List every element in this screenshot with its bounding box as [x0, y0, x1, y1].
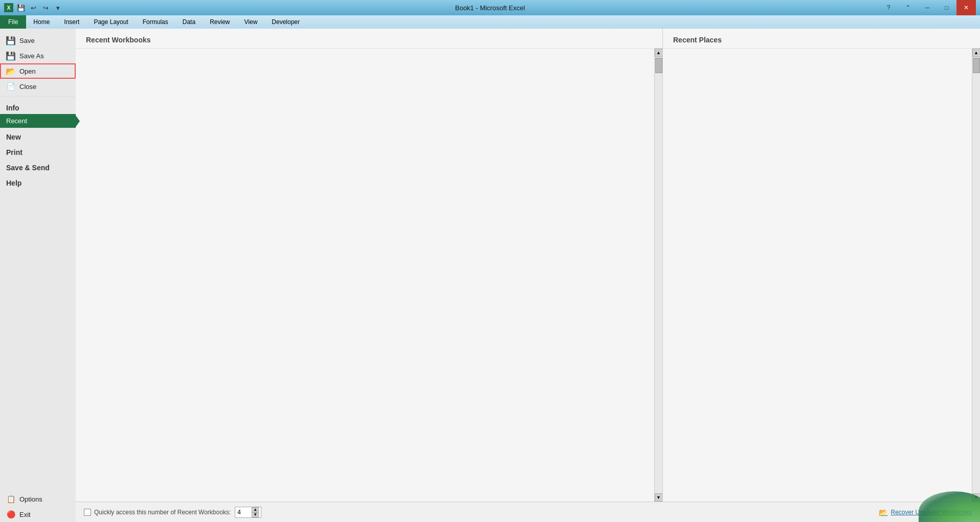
bottom-left: Quickly access this number of Recent Wor… [84, 507, 261, 518]
number-down-arrow[interactable]: ▼ [252, 512, 259, 517]
recent-workbooks-checkbox-label[interactable]: Quickly access this number of Recent Wor… [84, 509, 231, 516]
sidebar-item-save[interactable]: 💾 Save [0, 33, 76, 48]
sidebar-exit-label: Exit [19, 511, 31, 518]
print-label: Print [6, 148, 23, 156]
tab-review[interactable]: Review [203, 15, 237, 29]
sidebar-item-close[interactable]: 📄 Close [0, 79, 76, 94]
sidebar-item-help[interactable]: Help [0, 174, 76, 189]
help-label: Help [6, 179, 21, 187]
divider-1 [0, 96, 76, 97]
places-scrollbar-up-btn[interactable]: ▲ [972, 49, 981, 57]
title-bar: X 💾 ↩ ↪ ▾ Book1 - Microsoft Excel ? ⌃ ─ … [0, 0, 980, 15]
help-btn[interactable]: ? [879, 0, 898, 15]
window-controls: ? ⌃ ─ □ ✕ [879, 0, 976, 15]
recent-workbooks-pane: Recent Workbooks ▲ ▼ [76, 29, 663, 502]
options-icon: 📋 [6, 494, 15, 504]
sidebar: 💾 Save 💾 Save As 📂 Open 📄 Close Info Rec… [0, 29, 76, 522]
redo-btn[interactable]: ↪ [40, 2, 51, 13]
maximize-btn[interactable]: □ [937, 0, 956, 15]
recent-places-header: Recent Places [663, 29, 980, 49]
tab-data[interactable]: Data [175, 15, 203, 29]
number-arrows: ▲ ▼ [252, 507, 259, 517]
scrollbar-up-btn[interactable]: ▲ [655, 49, 663, 57]
sidebar-item-exit[interactable]: 🔴 Exit [0, 507, 76, 522]
sidebar-open-label: Open [19, 67, 36, 75]
sidebar-item-info[interactable]: Info [0, 99, 76, 114]
main-area: 💾 Save 💾 Save As 📂 Open 📄 Close Info Rec… [0, 29, 980, 522]
tab-home[interactable]: Home [26, 15, 57, 29]
excel-icon: X [4, 3, 13, 12]
sidebar-item-save-as[interactable]: 💾 Save As [0, 48, 76, 63]
sidebar-item-recent[interactable]: Recent [0, 114, 76, 128]
places-scrollbar[interactable]: ▲ ▼ [972, 49, 980, 502]
new-label: New [6, 133, 21, 141]
tab-developer[interactable]: Developer [264, 15, 307, 29]
recent-label: Recent [6, 117, 27, 125]
sidebar-item-print[interactable]: Print [0, 143, 76, 158]
recent-workbooks-number-input[interactable]: 4 ▲ ▼ [235, 507, 261, 518]
recent-places-scroll[interactable]: ▲ ▼ [663, 49, 980, 502]
green-corner [919, 491, 980, 522]
save-send-label: Save & Send [6, 164, 50, 172]
tab-file[interactable]: File [0, 15, 26, 29]
scrollbar-down-btn[interactable]: ▼ [655, 493, 663, 502]
close-file-icon: 📄 [6, 82, 15, 91]
sidebar-item-open[interactable]: 📂 Open [0, 63, 76, 79]
recent-panes: Recent Workbooks ▲ ▼ Recent Places ▲ [76, 29, 980, 502]
ribbon-collapse-btn[interactable]: ⌃ [898, 0, 918, 15]
places-scrollbar-thumb[interactable] [973, 58, 980, 73]
tab-formulas[interactable]: Formulas [136, 15, 175, 29]
customize-qs-btn[interactable]: ▾ [52, 2, 63, 13]
number-up-arrow[interactable]: ▲ [252, 507, 259, 512]
info-label: Info [6, 104, 19, 112]
workbooks-scrollbar[interactable]: ▲ ▼ [654, 49, 662, 502]
window-title: Book1 - Microsoft Excel [455, 4, 525, 12]
save-qs-btn[interactable]: 💾 [15, 2, 27, 13]
green-corner-inner [919, 491, 980, 522]
sidebar-item-new[interactable]: New [0, 128, 76, 143]
sidebar-save-label: Save [19, 37, 35, 44]
exit-icon: 🔴 [6, 510, 15, 519]
open-icon: 📂 [6, 66, 15, 76]
sidebar-close-label: Close [19, 83, 36, 90]
sidebar-save-as-label: Save As [19, 52, 44, 60]
bottom-bar: Quickly access this number of Recent Wor… [76, 502, 980, 522]
save-as-icon: 💾 [6, 51, 15, 60]
recover-icon: 📂 [879, 508, 887, 516]
undo-btn[interactable]: ↩ [28, 2, 39, 13]
recent-workbooks-scroll[interactable]: ▲ ▼ [76, 49, 662, 502]
sidebar-item-save-send[interactable]: Save & Send [0, 158, 76, 174]
close-btn[interactable]: ✕ [956, 0, 976, 15]
recent-workbooks-checkbox-text: Quickly access this number of Recent Wor… [94, 509, 231, 516]
sidebar-item-options[interactable]: 📋 Options [0, 491, 76, 507]
recent-places-pane: Recent Places ▲ ▼ [663, 29, 980, 502]
quick-access-toolbar: 💾 ↩ ↪ ▾ [15, 2, 63, 13]
save-icon: 💾 [6, 36, 15, 45]
number-value: 4 [237, 509, 241, 516]
tab-view[interactable]: View [237, 15, 265, 29]
recent-workbooks-header: Recent Workbooks [76, 29, 662, 49]
title-bar-left: X 💾 ↩ ↪ ▾ [4, 2, 63, 13]
content-area: Recent Workbooks ▲ ▼ Recent Places ▲ [76, 29, 980, 522]
ribbon-tabs: File Home Insert Page Layout Formulas Da… [0, 15, 980, 29]
sidebar-options-label: Options [19, 495, 42, 503]
recent-workbooks-checkbox[interactable] [84, 509, 91, 516]
tab-insert[interactable]: Insert [57, 15, 86, 29]
minimize-btn[interactable]: ─ [918, 0, 937, 15]
tab-page-layout[interactable]: Page Layout [86, 15, 135, 29]
scrollbar-thumb[interactable] [655, 58, 662, 73]
